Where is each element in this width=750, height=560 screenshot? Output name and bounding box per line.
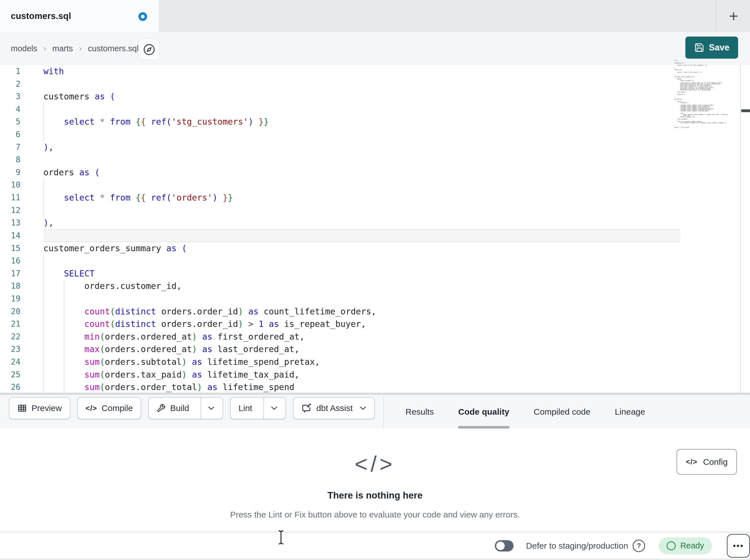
save-button[interactable]: Save xyxy=(685,37,738,59)
ide-status-label: Ready xyxy=(680,541,704,551)
code-line[interactable]: count(distinct orders.order_id) as count… xyxy=(43,305,741,318)
lint-dropdown-button[interactable] xyxy=(263,398,278,419)
toggle-knob xyxy=(496,542,505,550)
code-line[interactable] xyxy=(43,153,741,166)
code-line[interactable]: max(orders.ordered_at) as last_ordered_a… xyxy=(43,343,741,356)
code-line[interactable]: sum(orders.subtotal) as lifetime_spend_p… xyxy=(43,356,741,369)
minimap[interactable]: with customers as ( select * from {{ ref… xyxy=(674,60,738,128)
line-number: 24 xyxy=(0,356,43,369)
code-line[interactable] xyxy=(43,293,741,305)
indent-guide xyxy=(43,103,44,116)
indent-guide xyxy=(64,381,64,394)
tab-results[interactable]: Results xyxy=(406,395,434,429)
tab-compiled-code-label: Compiled code xyxy=(534,407,590,417)
dbt-assist-button[interactable]: dbt Assist xyxy=(293,397,375,419)
line-number: 5 xyxy=(0,116,43,128)
line-number: 4 xyxy=(0,103,43,116)
line-number: 8 xyxy=(0,153,43,166)
code-line[interactable]: SELECT xyxy=(43,267,741,280)
code-line[interactable]: customer_orders_summary as ( xyxy=(43,242,741,255)
config-button-label: Config xyxy=(703,457,728,467)
question-mark: ? xyxy=(637,542,641,550)
code-line[interactable] xyxy=(43,179,741,191)
indent-guide xyxy=(64,318,64,331)
indent-guide xyxy=(64,293,64,305)
code-line[interactable]: orders as ( xyxy=(43,166,741,179)
empty-state-subtitle: Press the Lint or Fix button above to ev… xyxy=(230,510,520,519)
text-cursor-pointer xyxy=(276,530,285,545)
line-number: 25 xyxy=(0,369,43,381)
indent-guide xyxy=(43,204,44,217)
code-line[interactable] xyxy=(43,255,741,267)
tab-results-label: Results xyxy=(406,407,434,417)
preview-button[interactable]: Preview xyxy=(9,397,70,419)
indent-guide xyxy=(43,331,44,343)
config-button[interactable]: </> Config xyxy=(676,449,737,475)
code-lines: withcustomers as ( select * from {{ ref(… xyxy=(43,65,741,394)
line-number: 7 xyxy=(0,141,43,154)
line-number: 22 xyxy=(0,331,43,343)
lineage-compass-button[interactable] xyxy=(138,39,160,60)
code-line[interactable]: sum(orders.tax_paid) as lifetime_tax_pai… xyxy=(43,369,741,381)
lint-button[interactable]: Lint xyxy=(230,397,286,419)
ide-status-badge[interactable]: Ready xyxy=(659,537,712,554)
code-line[interactable] xyxy=(43,204,741,217)
plus-icon: + xyxy=(729,8,738,24)
code-line[interactable]: with xyxy=(43,65,741,78)
line-number: 14 xyxy=(0,229,43,242)
lint-button-label: Lint xyxy=(238,403,252,413)
code-line[interactable]: ), xyxy=(43,217,741,229)
editor-panel-divider[interactable] xyxy=(0,393,750,395)
indent-guide xyxy=(43,267,44,280)
tab-code-quality-label: Code quality xyxy=(458,407,509,417)
code-editor[interactable]: 1234567891011121314151617181920212223242… xyxy=(0,65,750,393)
indent-guide xyxy=(43,343,44,356)
code-line[interactable]: ), xyxy=(43,141,741,154)
code-quality-panel: </> There is nothing here Press the Lint… xyxy=(0,429,750,532)
line-number: 13 xyxy=(0,217,43,229)
compile-button[interactable]: </> Compile xyxy=(77,397,141,419)
defer-toggle[interactable] xyxy=(495,540,514,552)
code-line[interactable]: orders.customer_id, xyxy=(43,280,741,293)
tab-bar: customers.sql + xyxy=(0,0,750,32)
assist-chat-sparkle-icon xyxy=(301,403,312,413)
status-circle-icon xyxy=(667,541,676,551)
code-line[interactable] xyxy=(43,78,741,91)
breadcrumb-file[interactable]: customers.sql xyxy=(88,44,139,53)
tab-lineage[interactable]: Lineage xyxy=(615,395,645,429)
indent-guide xyxy=(64,343,64,356)
tab-lineage-label: Lineage xyxy=(615,407,645,417)
code-line[interactable]: count(distinct orders.order_id) > 1 as i… xyxy=(43,318,741,331)
chevron-down-icon xyxy=(359,406,366,411)
dbt-assist-button-label: dbt Assist xyxy=(316,403,353,413)
new-tab-button[interactable]: + xyxy=(724,6,744,26)
scrollbar-thumb[interactable] xyxy=(741,109,750,112)
line-number: 26 xyxy=(0,381,43,394)
code-line[interactable]: min(orders.ordered_at) as first_ordered_… xyxy=(43,331,741,343)
code-line[interactable]: select * from {{ ref('orders') }} xyxy=(43,191,741,204)
chevron-down-icon xyxy=(208,406,215,411)
indent-guide xyxy=(64,331,64,343)
tab-compiled-code[interactable]: Compiled code xyxy=(534,395,590,429)
code-line[interactable] xyxy=(43,128,741,141)
breadcrumb: models › marts › customers.sql xyxy=(11,32,139,65)
code-line[interactable]: select * from {{ ref('stg_customers') }} xyxy=(43,116,741,128)
build-button[interactable]: Build xyxy=(148,397,223,419)
build-dropdown-button[interactable] xyxy=(200,398,215,419)
indent-guide xyxy=(43,255,44,267)
tab-code-quality[interactable]: Code quality xyxy=(458,395,509,429)
breadcrumb-models[interactable]: models xyxy=(11,44,37,53)
code-line[interactable]: sum(orders.order_total) as lifetime_spen… xyxy=(43,381,741,394)
breadcrumb-marts[interactable]: marts xyxy=(53,44,73,53)
more-options-button[interactable]: ••• xyxy=(727,534,750,558)
code-line-active[interactable] xyxy=(43,229,680,242)
code-line[interactable] xyxy=(43,103,741,116)
indent-guide xyxy=(43,381,44,394)
code-brackets-icon: </> xyxy=(686,457,697,466)
tab-bar-divider xyxy=(716,0,716,32)
help-icon[interactable]: ? xyxy=(633,540,645,552)
line-number: 6 xyxy=(0,128,43,141)
file-tab-customers-sql[interactable]: customers.sql xyxy=(0,0,159,32)
line-number: 20 xyxy=(0,305,43,318)
code-line[interactable]: customers as ( xyxy=(43,90,741,103)
